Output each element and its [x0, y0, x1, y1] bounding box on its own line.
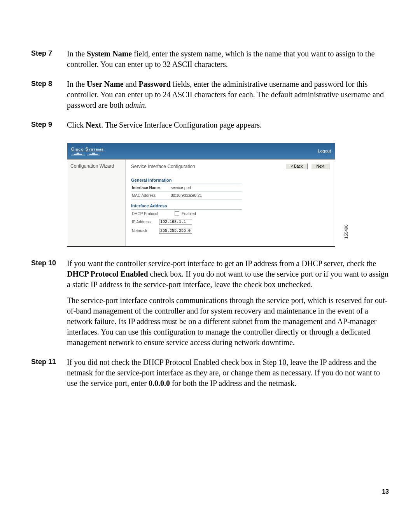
step-body: In the User Name and Password fields, en… [67, 79, 389, 116]
step-label: Step 8 [31, 79, 67, 88]
app-header: Cisco Systems ▁▃▅▃▁ ▁▃▅▃▁ Logout [67, 143, 335, 159]
section-general-information: General Information [131, 176, 242, 184]
step-body: If you want the controller service-port … [67, 258, 389, 353]
section-interface-address: Interface Address [131, 202, 242, 210]
field-label: Netmask [132, 229, 159, 233]
brand-text: Cisco Systems [71, 147, 104, 151]
step-label: Step 11 [31, 357, 67, 366]
field-value: service-port [171, 186, 241, 190]
bold-term: System Name [87, 49, 132, 58]
field-label: Interface Name [132, 186, 171, 190]
bold-term: User Name [87, 80, 124, 88]
bold-term: 0.0.0.0 [149, 379, 170, 387]
text: and [124, 80, 139, 88]
text: for both the IP address and the netmask. [170, 379, 296, 387]
sidebar: Configuration Wizard [67, 159, 126, 246]
text: In the [67, 80, 87, 88]
field-label: DHCP Protocol [132, 212, 175, 216]
next-button[interactable]: Next [311, 163, 329, 169]
text: Click [67, 121, 86, 129]
bold-term: DHCP Protocol Enabled [67, 270, 148, 278]
brand-bars-icon: ▁▃▅▃▁ ▁▃▅▃▁ [71, 152, 104, 155]
text: In the [67, 49, 87, 58]
bold-term: Next [86, 121, 101, 129]
text: If you want the controller service-port … [67, 259, 376, 268]
figure-screenshot: Cisco Systems ▁▃▅▃▁ ▁▃▅▃▁ Logout Configu… [67, 143, 339, 247]
step-body: Click Next. The Service Interface Config… [67, 120, 389, 136]
step-body: If you did not check the DHCP Protocol E… [67, 357, 389, 394]
step-body: In the System Name field, enter the syst… [67, 49, 389, 75]
main-panel: Service Interface Configuration < Back N… [126, 159, 335, 246]
field-value: 00:16:9d:ca:e0:21 [171, 193, 241, 198]
logout-link[interactable]: Logout [318, 149, 331, 153]
step-label: Step 9 [31, 120, 67, 129]
field-label: MAC Address [132, 193, 171, 198]
back-button[interactable]: < Back [286, 163, 308, 169]
step-label: Step 7 [31, 49, 67, 58]
dhcp-enabled-checkbox[interactable] [175, 211, 179, 216]
netmask-input[interactable] [159, 228, 192, 234]
text: The service-port interface controls comm… [67, 295, 389, 348]
ip-address-input[interactable] [159, 219, 192, 225]
text: . [145, 101, 147, 109]
sidebar-title: Configuration Wizard [70, 163, 114, 169]
page-number: 13 [382, 488, 389, 495]
brand-logo: Cisco Systems ▁▃▅▃▁ ▁▃▅▃▁ [71, 147, 104, 155]
bold-term: Password [139, 80, 171, 88]
checkbox-label: Enabled [182, 212, 241, 216]
step-label: Step 10 [31, 258, 67, 268]
italic-term: admin [126, 101, 145, 109]
figure-id: 155496 [344, 224, 348, 239]
page-title: Service Interface Configuration [131, 164, 195, 169]
field-label: IP Address [132, 220, 159, 224]
text: . The Service Interface Configuration pa… [101, 121, 262, 129]
